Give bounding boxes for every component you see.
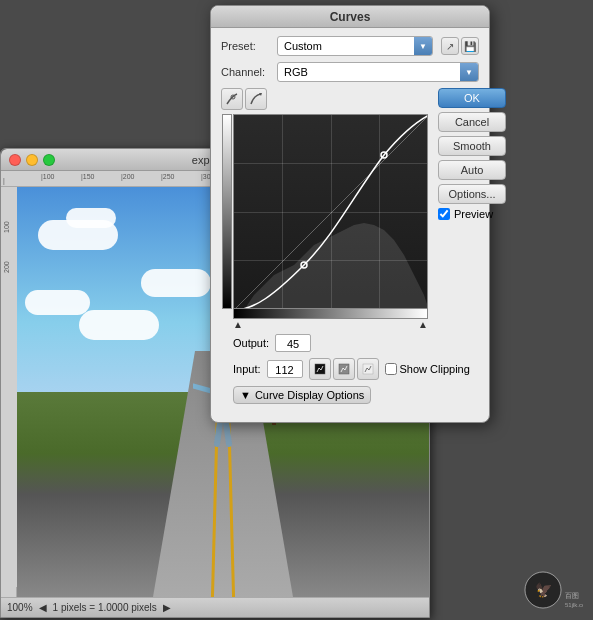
output-label: Output:	[233, 337, 269, 349]
svg-text:🦅: 🦅	[535, 582, 553, 599]
black-point-sampler[interactable]	[309, 358, 331, 380]
preset-label: Preset:	[221, 40, 273, 52]
svg-text:|: |	[3, 177, 5, 185]
channel-value: RGB	[284, 66, 308, 78]
display-options-label: Curve Display Options	[255, 389, 364, 401]
curves-dialog: Curves Preset: Custom ▼ ↗ 💾 Channel: RGB…	[210, 5, 490, 423]
display-options-row: ▼ Curve Display Options	[233, 386, 479, 404]
options-button[interactable]: Options...	[438, 184, 506, 204]
logo-badge: 🦅 百图 51jlk.com	[523, 570, 583, 610]
cancel-button[interactable]: Cancel	[438, 112, 506, 132]
svg-text:100: 100	[3, 221, 10, 233]
svg-text:51jlk.com: 51jlk.com	[565, 602, 583, 608]
close-button[interactable]	[9, 154, 21, 166]
histogram-svg	[234, 115, 428, 309]
svg-text:|150: |150	[81, 173, 95, 181]
curves-graph[interactable]	[233, 114, 428, 309]
dropdown-arrow-icon: ▼	[240, 389, 251, 401]
preset-save-button[interactable]: 💾	[461, 37, 479, 55]
cloud	[141, 269, 211, 297]
preset-dropdown-arrow: ▼	[414, 37, 432, 55]
gradient-markers: ▲ ▲	[233, 319, 428, 330]
traffic-lights	[9, 154, 55, 166]
side-buttons: OK Cancel Smooth Auto Options... Preview	[438, 88, 506, 356]
channel-label: Channel:	[221, 66, 273, 78]
show-clipping-label: Show Clipping	[400, 363, 470, 375]
preset-load-button[interactable]: ↗	[441, 37, 459, 55]
tool-buttons	[221, 88, 428, 110]
svg-text:200: 200	[3, 261, 10, 273]
output-row: Output: 45	[233, 334, 428, 352]
cloud	[66, 208, 116, 228]
cloud	[25, 290, 90, 315]
zoom-level: 100%	[7, 602, 33, 613]
sampler-buttons	[309, 358, 379, 380]
gray-point-sampler[interactable]	[333, 358, 355, 380]
preset-buttons: ↗ 💾	[441, 37, 479, 55]
preset-value: Custom	[284, 40, 322, 52]
input-label: Input:	[233, 363, 261, 375]
channel-row: Channel: RGB ▼	[221, 62, 479, 82]
curves-body: Preset: Custom ▼ ↗ 💾 Channel: RGB ▼	[211, 28, 489, 412]
smooth-button[interactable]: Smooth	[438, 136, 506, 156]
ok-button[interactable]: OK	[438, 88, 506, 108]
status-info: 1 pixels = 1.0000 pixels	[53, 602, 157, 613]
curves-dialog-title: Curves	[330, 10, 371, 24]
curve-draw-tool[interactable]	[245, 88, 267, 110]
svg-text:百图: 百图	[565, 592, 579, 599]
auto-button[interactable]: Auto	[438, 160, 506, 180]
curves-titlebar: Curves	[211, 6, 489, 28]
input-value[interactable]: 112	[267, 360, 303, 378]
photo-statusbar: 100% ◀ 1 pixels = 1.0000 pixels ▶	[1, 597, 429, 617]
channel-dropdown-arrow: ▼	[460, 63, 478, 81]
show-clipping-checkbox[interactable]	[385, 363, 397, 375]
horizontal-gradient	[233, 309, 428, 319]
graph-section: ▲ ▲ Output: 45	[221, 88, 428, 356]
preview-checkbox[interactable]	[438, 208, 450, 220]
vertical-gradient	[222, 114, 232, 309]
nav-arrow-left[interactable]: ◀	[39, 602, 47, 613]
preview-label: Preview	[454, 208, 493, 220]
svg-rect-10	[1, 187, 17, 587]
input-row: Input: 112 Show Clipping	[233, 358, 479, 380]
channel-select[interactable]: RGB ▼	[277, 62, 479, 82]
ruler-vertical: 100 200	[1, 187, 17, 597]
show-clipping-row: Show Clipping	[385, 363, 470, 375]
preset-select[interactable]: Custom ▼	[277, 36, 433, 56]
svg-text:|250: |250	[161, 173, 175, 181]
svg-text:|200: |200	[121, 173, 135, 181]
minimize-button[interactable]	[26, 154, 38, 166]
graph-container: ▲ ▲	[233, 114, 428, 330]
nav-arrow-right[interactable]: ▶	[163, 602, 171, 613]
output-value[interactable]: 45	[275, 334, 311, 352]
cloud	[79, 310, 159, 340]
graph-area: ▲ ▲ Output: 45 OK Cancel Smooth Auto Opt…	[221, 88, 479, 356]
curve-point-tool[interactable]	[221, 88, 243, 110]
preset-row: Preset: Custom ▼ ↗ 💾	[221, 36, 479, 56]
zoom-button[interactable]	[43, 154, 55, 166]
preview-row: Preview	[438, 208, 506, 220]
white-point-sampler[interactable]	[357, 358, 379, 380]
display-options-button[interactable]: ▼ Curve Display Options	[233, 386, 371, 404]
svg-text:|100: |100	[41, 173, 55, 181]
